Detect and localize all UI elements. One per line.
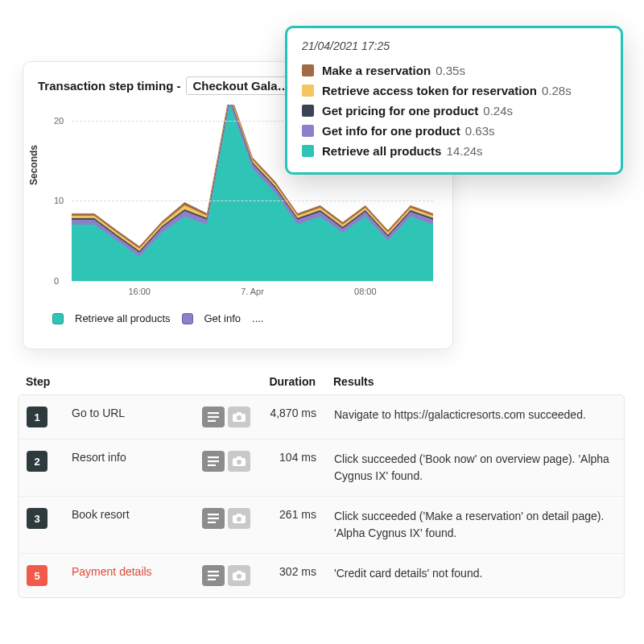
log-icon[interactable] [202,508,225,529]
svg-rect-2 [208,420,216,422]
legend-label-1: Retrieve all products [75,312,171,324]
step-name: Payment details [72,565,152,578]
step-name: Resort info [72,451,126,464]
step-number: 1 [27,407,47,427]
screenshot-icon[interactable] [228,508,250,529]
tooltip-series-name: Retrieve access token for reservation [322,84,537,97]
svg-point-5 [237,415,242,420]
legend: Retrieve all products Get info .... [38,312,438,324]
tooltip-series-value: 14.24s [447,144,483,158]
tooltip-swatch [302,85,314,97]
tooltip-series-name: Retrieve all products [322,144,441,158]
table-header: Step Duration Results [18,369,625,394]
svg-rect-10 [237,456,242,459]
tooltip-series-value: 0.28s [542,84,572,97]
tooltip-row: Retrieve access token for reservation 0.… [302,80,606,101]
table-row[interactable]: 3 Book resort 261 ms Click succeeded ('M… [19,496,624,553]
tooltip-swatch [302,105,314,117]
chart-tooltip: 21/04/2021 17:25 Make a reservation 0.35… [285,26,623,175]
svg-rect-6 [208,456,219,458]
step-duration: 261 ms [262,508,334,521]
step-name: Book resort [72,508,130,521]
svg-rect-18 [208,571,219,572]
legend-more[interactable]: .... [252,312,263,324]
svg-rect-20 [208,579,216,580]
step-number: 5 [27,565,47,586]
steps-table: Step Duration Results 1 Go to URL 4,870 … [18,369,625,598]
tooltip-timestamp: 21/04/2021 17:25 [302,39,606,52]
step-name: Go to URL [72,407,125,419]
th-results: Results [333,375,617,388]
step-result: Click succeeded ('Book now' on overview … [334,451,616,485]
legend-swatch-1 [52,313,64,324]
log-icon[interactable] [202,451,225,472]
step-duration: 4,870 ms [262,407,334,419]
tooltip-series-value: 0.63s [465,124,495,138]
legend-swatch-2 [182,313,193,324]
tooltip-series-value: 0.24s [483,104,513,118]
title-prefix: Transaction step timing - [38,79,181,93]
th-duration: Duration [261,375,333,388]
svg-rect-4 [237,412,242,415]
svg-rect-14 [208,522,216,523]
x-tick: 08:00 [354,287,377,296]
step-duration: 302 ms [262,565,334,578]
svg-rect-13 [208,518,219,519]
tooltip-row: Get info for one product 0.63s [302,121,606,141]
y-tick: 20 [54,116,64,126]
svg-point-11 [237,460,242,464]
tooltip-series-name: Make a reservation [322,64,431,77]
tooltip-row: Make a reservation 0.35s [302,60,606,80]
screenshot-icon[interactable] [228,451,250,472]
legend-label-2: Get info [204,312,242,324]
screenshot-icon[interactable] [228,407,250,427]
y-tick: 10 [54,196,64,205]
svg-point-17 [237,517,242,522]
svg-rect-7 [208,460,219,462]
tooltip-row: Get pricing for one product 0.24s [302,101,606,121]
tooltip-rows: Make a reservation 0.35s Retrieve access… [302,60,606,161]
screenshot-icon[interactable] [228,565,250,586]
table-row[interactable]: 2 Resort info 104 ms Click succeeded ('B… [19,439,624,496]
tooltip-series-value: 0.35s [436,64,465,77]
svg-point-23 [237,574,242,579]
step-result: Click succeeded ('Make a reservation' on… [334,508,616,542]
log-icon[interactable] [202,565,225,586]
table-body: 1 Go to URL 4,870 ms Navigate to https:/… [18,394,625,598]
tooltip-swatch [302,125,314,137]
svg-rect-22 [237,571,242,573]
svg-rect-16 [237,514,242,516]
x-tick: 16:00 [128,287,151,296]
th-step: Step [26,375,71,388]
tooltip-swatch [302,145,314,157]
tooltip-series-name: Get info for one product [322,124,460,138]
step-number: 2 [27,451,47,472]
log-icon[interactable] [202,407,225,427]
step-result: 'Credit card details' not found. [334,565,616,582]
svg-rect-12 [208,514,219,515]
table-row[interactable]: 5 Payment details 302 ms 'Credit card de… [19,553,624,597]
svg-rect-8 [208,464,216,466]
tooltip-swatch [302,64,314,76]
y-tick: 0 [54,276,59,286]
svg-rect-1 [208,416,219,418]
step-result: Navigate to https://galacticresorts.com … [334,407,616,423]
x-tick: 7. Apr [241,287,264,296]
grid-line [72,200,433,201]
svg-rect-0 [208,412,219,414]
table-row[interactable]: 1 Go to URL 4,870 ms Navigate to https:/… [19,395,624,439]
grid-line [72,281,433,282]
svg-rect-19 [208,575,219,576]
tooltip-series-name: Get pricing for one product [322,104,478,118]
transaction-select[interactable]: Checkout Gala… [186,76,297,95]
y-axis-label: Seconds [28,145,39,185]
step-duration: 104 ms [262,451,334,464]
tooltip-row: Retrieve all products 14.24s [302,141,606,161]
x-axis: 16:007. Apr08:00 [72,287,433,298]
step-number: 3 [27,508,47,529]
